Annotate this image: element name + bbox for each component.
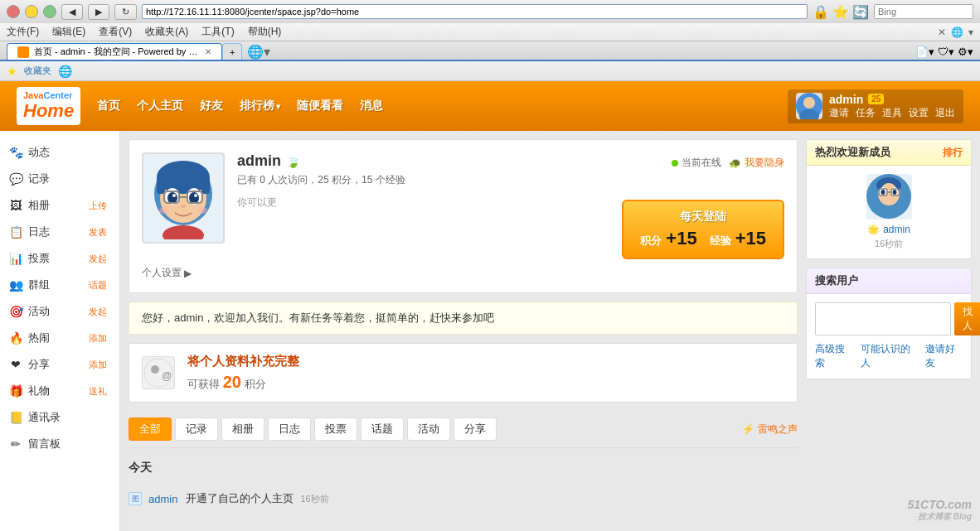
profile-info: admin 🍃 当前在线 🐢 我要隐身 已有 0 人次 bbox=[237, 152, 784, 259]
menu-help[interactable]: 帮助(H) bbox=[248, 25, 282, 39]
tab-diary[interactable]: 日志 bbox=[268, 418, 311, 441]
address-bar[interactable] bbox=[142, 4, 808, 19]
nav-home[interactable]: 首页 bbox=[97, 99, 120, 113]
menu-tools[interactable]: 工具(T) bbox=[201, 25, 234, 39]
header-user-avatar bbox=[796, 93, 822, 119]
sidebar-item-gifts[interactable]: 🎁 礼物 送礼 bbox=[0, 378, 119, 404]
reward-suffix: 积分 bbox=[245, 378, 266, 390]
add-bookmark-icon[interactable]: 🌐 bbox=[58, 65, 72, 78]
tab-close-icon[interactable]: ✕ bbox=[205, 47, 211, 56]
title-bar: ◀ ▶ ↻ 🔒 ⭐ 🔄 bbox=[0, 0, 980, 23]
sidebar-item-share[interactable]: ❤ 分享 添加 bbox=[0, 351, 119, 378]
profile-setting-link[interactable]: 个人设置 ▶ bbox=[142, 266, 784, 280]
nav-browse[interactable]: 随便看看 bbox=[297, 99, 343, 113]
svg-point-10 bbox=[167, 192, 177, 204]
maximize-btn[interactable] bbox=[43, 5, 56, 18]
sidebar-gift-link[interactable]: 送礼 bbox=[89, 385, 107, 398]
member-time: 16秒前 bbox=[815, 238, 963, 250]
sidebar-topic-link[interactable]: 话题 bbox=[89, 279, 107, 292]
user-at-icon: @ bbox=[143, 358, 173, 388]
nav-rank[interactable]: 排行榜 ▾ bbox=[240, 99, 280, 113]
diary-icon: 📋 bbox=[8, 224, 23, 239]
timeline-item-link[interactable]: admin bbox=[148, 493, 177, 505]
minimize-btn[interactable] bbox=[25, 5, 38, 18]
header-items-link[interactable]: 道具 bbox=[882, 106, 902, 120]
tab-new[interactable]: + bbox=[222, 43, 242, 60]
header-logout-link[interactable]: 退出 bbox=[935, 106, 955, 120]
search-bar[interactable] bbox=[874, 4, 973, 19]
favorites-label[interactable]: 收藏夹 bbox=[24, 65, 51, 77]
nav-profile[interactable]: 个人主页 bbox=[137, 99, 183, 113]
tab-vote[interactable]: 投票 bbox=[314, 418, 357, 441]
tab-events[interactable]: 活动 bbox=[407, 418, 450, 441]
thunder-voice[interactable]: ⚡ 雷鸣之声 bbox=[742, 422, 798, 437]
svg-point-31 bbox=[892, 190, 896, 195]
sidebar-vote-link[interactable]: 发起 bbox=[89, 253, 107, 265]
refresh-button[interactable]: ↻ bbox=[114, 4, 137, 20]
search-input-row: 找人 bbox=[815, 302, 963, 335]
member-name[interactable]: admin bbox=[883, 224, 910, 235]
header-tasks-link[interactable]: 任务 bbox=[856, 106, 876, 120]
sidebar-fun-link[interactable]: 添加 bbox=[89, 332, 107, 345]
sidebar-item-groups[interactable]: 👥 群组 话题 bbox=[0, 272, 119, 298]
timeline-item-text: 开通了自己的个人主页 bbox=[186, 491, 294, 506]
header-level-badge: 25 bbox=[868, 94, 884, 104]
search-users-body: 找人 高级搜索 可能认识的人 邀请好友 bbox=[807, 294, 971, 379]
tab-dropdown-icon[interactable]: 🌐▾ bbox=[247, 44, 270, 60]
vote-icon: 📊 bbox=[8, 251, 23, 266]
find-user-button[interactable]: 找人 bbox=[954, 302, 980, 335]
sidebar-item-vote[interactable]: 📊 投票 发起 bbox=[0, 245, 119, 272]
tab-all[interactable]: 全部 bbox=[129, 418, 172, 441]
user-area: admin 25 邀请 任务 道具 设置 退出 bbox=[788, 89, 963, 123]
profile-avatar bbox=[142, 152, 225, 244]
sidebar-write-link[interactable]: 发表 bbox=[89, 226, 107, 239]
menu-view[interactable]: 查看(V) bbox=[99, 25, 132, 39]
timeline-time: 16秒前 bbox=[300, 493, 328, 505]
tab-main[interactable]: 首页 - admin - 我的空间 - Powered by Java... ✕ bbox=[7, 43, 222, 60]
invite-friends-link[interactable]: 邀请好友 bbox=[925, 342, 963, 370]
sidebar-item-records[interactable]: 💬 记录 bbox=[0, 166, 119, 192]
bonus-title: 每天登陆 bbox=[640, 210, 766, 224]
menu-favorites[interactable]: 收藏夹(A) bbox=[145, 25, 188, 39]
sidebar-label-gifts: 礼物 bbox=[28, 384, 50, 398]
logo-center: Center bbox=[43, 90, 72, 100]
sidebar-item-fun[interactable]: 🔥 热闹 添加 bbox=[0, 325, 119, 351]
sidebar-share-link[interactable]: 添加 bbox=[89, 359, 107, 371]
group-icon: 👥 bbox=[8, 278, 23, 292]
sidebar-item-events[interactable]: 🎯 活动 发起 bbox=[0, 298, 119, 325]
close-btn[interactable] bbox=[7, 5, 20, 18]
sidebar-event-link[interactable]: 发起 bbox=[89, 306, 107, 318]
header-settings-link[interactable]: 设置 bbox=[909, 106, 929, 120]
reward-prefix: 可获得 bbox=[187, 378, 220, 390]
safety-icon[interactable]: 🛡▾ bbox=[938, 46, 954, 58]
menu-edit[interactable]: 编辑(E) bbox=[52, 25, 85, 39]
hide-link[interactable]: 我要隐身 bbox=[745, 156, 784, 170]
rank-link[interactable]: 排行 bbox=[943, 146, 963, 160]
menu-file[interactable]: 文件(F) bbox=[7, 25, 39, 39]
center-col: admin 🍃 当前在线 🐢 我要隐身 已有 0 人次 bbox=[129, 139, 798, 531]
sidebar-upload-link[interactable]: 上传 bbox=[89, 200, 107, 212]
forward-button[interactable]: ▶ bbox=[88, 4, 109, 20]
sidebar-item-contacts[interactable]: 📒 通讯录 bbox=[0, 404, 119, 431]
sidebar-item-diary[interactable]: 📋 日志 发表 bbox=[0, 219, 119, 245]
tools-icon[interactable]: ⚙▾ bbox=[958, 46, 973, 58]
user-search-input[interactable] bbox=[815, 302, 951, 335]
sidebar-item-albums[interactable]: 🖼 相册 上传 bbox=[0, 192, 119, 219]
page-icon[interactable]: 📄▾ bbox=[915, 46, 934, 58]
advanced-search-link[interactable]: 高级搜索 bbox=[815, 342, 852, 370]
sidebar-item-activity[interactable]: 🐾 动态 bbox=[0, 139, 119, 166]
header-invite-link[interactable]: 邀请 bbox=[829, 106, 849, 120]
tab-topics[interactable]: 话题 bbox=[361, 418, 404, 441]
sidebar-left: 📒 通讯录 bbox=[8, 410, 61, 425]
nav-messages[interactable]: 消息 bbox=[360, 99, 383, 113]
back-button[interactable]: ◀ bbox=[61, 4, 83, 20]
content-tabs: 全部 记录 相册 日志 投票 话题 活动 分享 ⚡ 雷鸣之声 bbox=[129, 411, 798, 448]
people-you-know-link[interactable]: 可能认识的人 bbox=[861, 342, 917, 370]
task-content: 将个人资料补充完整 可获得 20 积分 bbox=[187, 354, 784, 392]
tab-albums[interactable]: 相册 bbox=[221, 418, 264, 441]
tab-records[interactable]: 记录 bbox=[175, 418, 218, 441]
sidebar-item-guestbook[interactable]: ✏ 留言板 bbox=[0, 431, 119, 457]
tab-share[interactable]: 分享 bbox=[454, 418, 497, 441]
nav-friends[interactable]: 好友 bbox=[200, 99, 223, 113]
member-avatar-svg bbox=[866, 174, 912, 220]
